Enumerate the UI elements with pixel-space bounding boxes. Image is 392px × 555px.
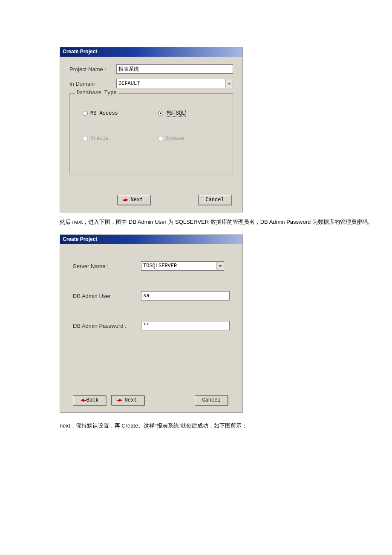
in-domain-combo[interactable] — [116, 79, 233, 88]
radio-icon — [158, 111, 163, 116]
radio-sybase: Sybase — [158, 136, 225, 142]
cancel-button[interactable]: Cancel — [198, 195, 231, 205]
radio-grid: MS Access MS-SQL Oracle Sybase — [83, 110, 225, 142]
button-row: Back Next Cancel — [73, 395, 230, 406]
dropdown-icon[interactable] — [216, 261, 224, 271]
project-name-label: Project Name : — [69, 66, 116, 72]
button-label: Next — [125, 397, 137, 403]
radio-label: Oracle — [90, 136, 109, 142]
arrow-right-icon — [125, 198, 128, 202]
in-domain-label: In Domain : — [69, 81, 116, 87]
button-label: Cancel — [205, 197, 224, 203]
project-name-row: Project Name : — [69, 64, 233, 74]
caption-text-1: 然后 next，进入下图，图中 DB Admin User 为 SQLSERVE… — [60, 217, 392, 227]
db-admin-user-row: DB Admin User : — [73, 291, 230, 301]
dialog-body: Project Name : In Domain : Database Type — [60, 57, 242, 212]
radio-label: Sybase — [166, 136, 184, 142]
radio-ms-sql[interactable]: MS-SQL — [158, 110, 225, 117]
radio-oracle: Oracle — [83, 136, 150, 142]
in-domain-row: In Domain : — [69, 79, 233, 88]
db-admin-user-input[interactable] — [141, 291, 230, 301]
document-page: Create Project Project Name : In Domain … — [0, 0, 392, 455]
dialog-titlebar: Create Project — [60, 47, 242, 57]
dropdown-icon[interactable] — [225, 79, 233, 88]
dialog-title: Create Project — [63, 236, 97, 242]
in-domain-input[interactable] — [116, 79, 225, 88]
server-name-combo[interactable] — [141, 261, 224, 271]
dialog-body: Server Name : DB Admin User : DB Admin P… — [60, 244, 242, 412]
cancel-button[interactable]: Cancel — [195, 395, 228, 405]
radio-icon — [83, 111, 88, 116]
button-label: Cancel — [202, 397, 220, 403]
dialog-title: Create Project — [63, 49, 97, 55]
server-name-input[interactable] — [141, 261, 216, 271]
button-label: Back — [86, 397, 99, 403]
radio-icon — [158, 136, 163, 141]
button-row: Next Cancel — [69, 195, 233, 206]
dialog-titlebar: Create Project — [60, 235, 242, 244]
svg-marker-1 — [219, 265, 222, 267]
db-admin-user-label: DB Admin User : — [73, 293, 141, 299]
radio-ms-access[interactable]: MS Access — [83, 110, 150, 117]
radio-label: MS-SQL — [166, 110, 186, 117]
server-name-label: Server Name : — [73, 263, 141, 269]
next-button[interactable]: Next — [111, 395, 144, 405]
back-button[interactable]: Back — [73, 395, 106, 405]
database-type-legend: Database Type — [75, 90, 118, 96]
create-project-dialog-step1: Create Project Project Name : In Domain … — [60, 47, 243, 212]
project-name-input[interactable] — [116, 64, 233, 74]
caption-text-2: next，保持默认设置，再 Create。这样“报表系统”就创建成功，如下图所示… — [60, 421, 392, 431]
button-label: Next — [131, 197, 143, 203]
arrow-right-icon — [119, 399, 122, 402]
create-project-dialog-step2: Create Project Server Name : DB Admin Us… — [60, 234, 243, 413]
server-name-row: Server Name : — [73, 261, 230, 271]
radio-icon — [83, 136, 88, 141]
svg-marker-0 — [228, 83, 231, 85]
db-admin-password-input[interactable] — [141, 321, 230, 330]
db-admin-password-row: DB Admin Password : — [73, 321, 230, 330]
arrow-left-icon — [81, 399, 84, 402]
next-button[interactable]: Next — [117, 195, 150, 205]
radio-label: MS Access — [90, 110, 118, 116]
database-type-group: Database Type MS Access MS-SQL Oracle — [69, 93, 233, 174]
db-admin-password-label: DB Admin Password : — [73, 323, 141, 329]
spacer — [73, 351, 230, 375]
